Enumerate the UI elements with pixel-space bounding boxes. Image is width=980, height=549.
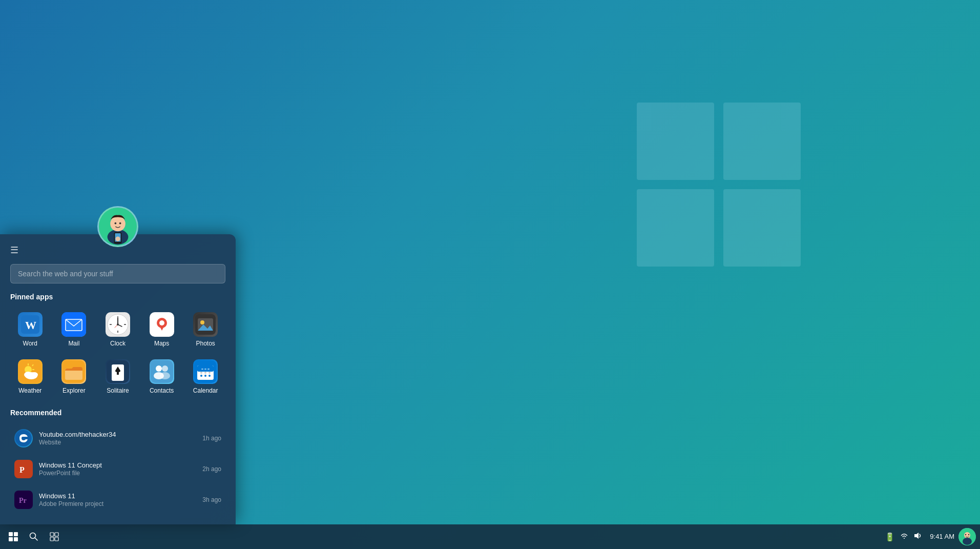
- start-menu: ☰ Pinned apps W Word: [0, 234, 236, 524]
- rec-win11concept-subtitle: PowerPoint file: [39, 470, 202, 477]
- svg-point-56: [204, 372, 206, 374]
- rec-win11-info: Windows 11 Adobe Premiere project: [39, 492, 202, 507]
- app-solitaire[interactable]: Solitaire: [98, 355, 138, 398]
- rec-win11-title: Windows 11: [39, 492, 202, 500]
- svg-point-38: [31, 372, 38, 377]
- svg-point-80: [965, 534, 966, 535]
- svg-rect-73: [55, 533, 58, 536]
- svg-point-24: [159, 320, 164, 326]
- rec-item-win11concept[interactable]: P Windows 11 Concept PowerPoint file 2h …: [10, 455, 225, 483]
- app-explorer[interactable]: Explorer: [54, 355, 94, 398]
- calendar-label: Calendar: [193, 387, 218, 394]
- rec-win11concept-time: 2h ago: [202, 465, 221, 473]
- start-button[interactable]: [4, 527, 23, 546]
- svg-rect-75: [55, 537, 58, 541]
- svg-rect-67: [14, 532, 18, 536]
- clock-icon: [106, 312, 130, 337]
- rec-youtube-title: Youtube.com/thehacker34: [39, 431, 202, 438]
- svg-point-7: [115, 236, 120, 241]
- svg-rect-66: [9, 532, 13, 536]
- rec-youtube-subtitle: Website: [39, 439, 202, 446]
- volume-icon: [913, 532, 922, 542]
- svg-point-3: [115, 222, 117, 225]
- network-icon: [900, 532, 908, 542]
- edge-icon: [14, 429, 33, 448]
- ppt-icon: P: [14, 460, 33, 478]
- svg-rect-74: [50, 537, 54, 541]
- app-word[interactable]: W Word: [10, 308, 50, 351]
- hamburger-icon[interactable]: ☰: [10, 245, 18, 256]
- svg-point-22: [117, 323, 119, 326]
- taskbar-right: 🔋 9:41 AM: [885, 528, 976, 545]
- svg-rect-72: [50, 533, 54, 536]
- user-avatar[interactable]: [97, 206, 138, 247]
- svg-point-53: [204, 375, 206, 377]
- app-weather[interactable]: Weather: [10, 355, 50, 398]
- app-clock[interactable]: Clock: [98, 308, 138, 351]
- svg-point-81: [968, 534, 969, 535]
- taskbar-search-button[interactable]: [25, 527, 43, 546]
- svg-point-28: [200, 320, 204, 324]
- rec-win11-time: 3h ago: [202, 496, 221, 503]
- solitaire-label: Solitaire: [107, 387, 129, 394]
- app-mail[interactable]: Mail: [54, 308, 94, 351]
- rec-item-win11[interactable]: Pr Windows 11 Adobe Premiere project 3h …: [10, 485, 225, 514]
- svg-text:P: P: [19, 465, 25, 474]
- taskbar-time: 9:41 AM: [930, 532, 954, 541]
- pinned-apps-title: Pinned apps: [10, 293, 225, 301]
- weather-icon: [18, 359, 43, 384]
- rec-win11-subtitle: Adobe Premiere project: [39, 500, 202, 507]
- rec-win11concept-info: Windows 11 Concept PowerPoint file: [39, 461, 202, 477]
- contacts-label: Contacts: [150, 387, 174, 394]
- svg-rect-60: [207, 369, 210, 370]
- mail-label: Mail: [68, 340, 79, 347]
- windows-logo-watermark: [637, 103, 801, 267]
- taskbar-user-avatar[interactable]: [958, 528, 976, 545]
- maps-label: Maps: [154, 340, 169, 347]
- svg-rect-43: [117, 372, 119, 375]
- taskbar-widgets-button[interactable]: [45, 527, 64, 546]
- desktop: ☰ Pinned apps W Word: [0, 0, 980, 549]
- word-icon: W: [18, 312, 43, 337]
- rec-youtube-info: Youtube.com/thehacker34 Website: [39, 431, 202, 446]
- svg-marker-76: [914, 533, 919, 539]
- battery-icon: 🔋: [885, 532, 895, 542]
- weather-label: Weather: [18, 387, 41, 394]
- svg-rect-59: [204, 369, 206, 370]
- svg-point-55: [200, 372, 202, 374]
- taskbar: 🔋 9:41 AM: [0, 524, 980, 549]
- premiere-icon: Pr: [14, 491, 33, 509]
- contacts-icon: [150, 359, 174, 384]
- svg-point-45: [156, 365, 162, 372]
- explorer-label: Explorer: [62, 387, 86, 394]
- search-input[interactable]: [10, 264, 225, 283]
- solitaire-icon: [106, 359, 130, 384]
- taskbar-system-icons: 🔋: [885, 532, 922, 542]
- svg-point-48: [160, 372, 170, 379]
- recommended-title: Recommended: [10, 409, 225, 417]
- user-avatar-container: [97, 206, 138, 247]
- photos-label: Photos: [196, 340, 215, 347]
- recommended-list: Youtube.com/thehacker34 Website 1h ago P…: [10, 424, 225, 514]
- svg-point-79: [963, 538, 972, 545]
- app-contacts[interactable]: Contacts: [142, 355, 182, 398]
- svg-point-61: [15, 430, 32, 446]
- app-photos[interactable]: Photos: [185, 308, 225, 351]
- svg-rect-58: [201, 369, 203, 370]
- app-calendar[interactable]: Calendar: [185, 355, 225, 398]
- svg-point-4: [119, 222, 121, 225]
- svg-rect-69: [14, 537, 18, 541]
- rec-item-youtube[interactable]: Youtube.com/thehacker34 Website 1h ago: [10, 424, 225, 453]
- word-label: Word: [23, 340, 37, 347]
- app-maps[interactable]: Maps: [142, 308, 182, 351]
- svg-point-2: [110, 216, 126, 232]
- svg-point-57: [208, 372, 211, 374]
- rec-win11concept-title: Windows 11 Concept: [39, 461, 202, 469]
- clock-label: Clock: [110, 340, 126, 347]
- svg-rect-44: [151, 360, 173, 383]
- pinned-apps-grid: W Word Mail: [10, 308, 225, 398]
- svg-text:Pr: Pr: [19, 497, 27, 504]
- svg-point-52: [200, 375, 202, 377]
- rec-youtube-time: 1h ago: [202, 435, 221, 442]
- svg-rect-68: [9, 537, 13, 541]
